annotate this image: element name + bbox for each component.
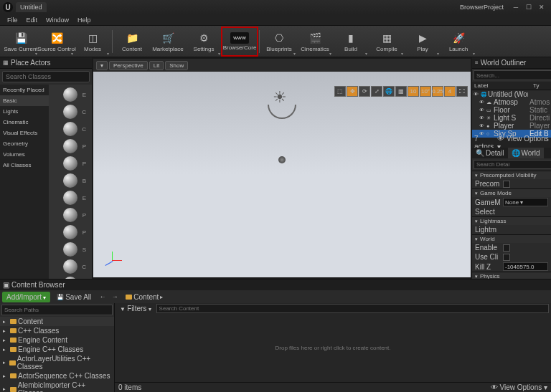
visibility-icon[interactable]: 👁 [479,115,485,120]
tab-world[interactable]: 🌐World [508,148,544,158]
outliner-row[interactable]: 👁 ● Player Player [472,122,551,130]
pa-cat-lights[interactable]: Lights [0,106,49,117]
viewport-menu-button[interactable]: ▾ [96,61,108,70]
content-tree-node[interactable]: ▸ Content [0,317,114,326]
minimize-button[interactable]: ─ [509,2,522,12]
content-tree-node[interactable]: ▸ Engine C++ Classes [0,345,114,354]
visibility-icon[interactable]: 👁 [479,107,485,113]
scale-snap-value[interactable]: 0.25 [432,86,443,97]
content-tree-node[interactable]: ▸ ActorSequence C++ Classes [0,371,114,381]
value-field[interactable]: -1048575.0 [503,262,548,271]
nav-back-button[interactable]: ← [98,292,108,302]
pa-cat-geometry[interactable]: Geometry [0,138,49,149]
select-mode-icon[interactable]: ⬚ [334,86,346,97]
toolbar-launch[interactable]: 🚀 Launch ▾ [441,27,476,56]
checkbox[interactable] [503,181,510,188]
expand-icon[interactable]: ▸ [3,360,8,365]
save-all-button[interactable]: 💾 Save All [52,292,95,302]
pa-cat-basic[interactable]: Basic [0,95,49,106]
section-header[interactable]: World [472,235,551,243]
show-button[interactable]: Show [165,61,188,70]
nav-forward-button[interactable]: → [110,292,120,302]
place-actor-item[interactable]: P [60,156,80,171]
outliner-row[interactable]: 👁 🌐 Untitled (World [472,90,551,98]
toolbar-modes[interactable]: ◫ Modes ▾ [75,27,110,56]
section-header[interactable]: Physics [472,272,551,279]
pa-cat-cinematic[interactable]: Cinematic [0,117,49,128]
lit-button[interactable]: Lit [149,61,164,70]
pa-cat-volumes[interactable]: Volumes [0,149,49,160]
scale-mode-icon[interactable]: ⤢ [371,86,382,97]
toolbar-play[interactable]: ▶ Play ▾ [405,27,441,56]
menu-edit[interactable]: Edit [22,16,42,24]
content-tree-node[interactable]: ▸ Engine Content [0,335,114,345]
angle-snap-value[interactable]: 10° [420,86,431,97]
menu-file[interactable]: File [3,16,22,24]
toolbar-content[interactable]: 📁 Content [114,27,150,56]
menu-help[interactable]: Help [73,16,95,24]
expand-icon[interactable]: ▸ [3,373,9,379]
toolbar-source-control[interactable]: 🔀 Source Control ▾ [39,27,75,56]
expand-icon[interactable]: ▸ [3,319,9,325]
expand-icon[interactable]: ▸ [3,328,9,334]
toolbar-browsercore[interactable]: www BrowserCore [222,27,258,56]
path-content[interactable]: Content ▸ [122,292,166,302]
content-tree-search[interactable]: Search Paths [1,305,113,315]
toolbar-blueprints[interactable]: ⎔ Blueprints ▾ [261,27,297,56]
add-import-button[interactable]: Add/Import ▾ [2,292,50,302]
outliner-row[interactable]: 👁 ☀ Light S Directi [472,114,551,122]
coord-space-icon[interactable]: 🌐 [383,86,395,97]
pa-cat-all-classes[interactable]: All Classes [0,160,49,171]
toolbar-compile[interactable]: ▦ Compile ▾ [369,27,405,56]
place-actor-item[interactable]: C [60,122,80,136]
place-actor-item[interactable]: C [60,277,80,279]
expand-icon[interactable]: ▸ [3,347,9,353]
content-view-options[interactable]: 👁 View Options ▾ [491,383,547,391]
tab-detail[interactable]: 🔍Detail [472,148,508,158]
toolbar-cinematics[interactable]: 🎬 Cinematics ▾ [297,27,333,56]
outliner-search[interactable] [474,70,551,80]
rotate-mode-icon[interactable]: ⟳ [359,86,370,97]
outliner-row[interactable]: 👁 ▭ Floor Static [472,106,551,114]
place-actor-item[interactable]: S [60,242,80,257]
grid-snap-value[interactable]: 10 [408,86,419,97]
viewport[interactable]: ▾ Perspective Lit Show ⬚ ✥ ⟳ ⤢ 🌐 ▦ 10 10… [93,59,471,277]
toolbar-build[interactable]: ▮ Build ▾ [333,27,369,56]
visibility-icon[interactable]: 👁 [479,123,485,128]
place-actor-item[interactable]: C [60,105,80,119]
section-header[interactable]: Lightmass [472,217,551,225]
menu-window[interactable]: Window [42,16,73,24]
place-actors-search[interactable]: Search Classes [2,71,90,82]
translate-mode-icon[interactable]: ✥ [347,86,358,97]
expand-icon[interactable]: ▸ [3,338,9,343]
content-drop-area[interactable]: Drop files here or right click to create… [115,314,551,382]
surface-snap-icon[interactable]: ▦ [395,86,407,97]
checkbox[interactable] [503,254,510,261]
viewport-canvas[interactable]: ⬚ ✥ ⟳ ⤢ 🌐 ▦ 10 10° 0.25 4 ⛶ [93,72,471,277]
toolbar-save-current[interactable]: 💾 Save Current ▾ [3,27,39,56]
pa-cat-visual-effects[interactable]: Visual Effects [0,128,49,138]
section-header[interactable]: Precomputed Visibility [472,171,551,179]
toolbar-marketplace[interactable]: 🛒 Marketplace [150,27,186,56]
toolbar-settings[interactable]: ⚙ Settings ▾ [186,27,222,56]
close-button[interactable]: ✕ [535,2,548,12]
content-tree-node[interactable]: ▸ C++ Classes [0,326,114,335]
section-header[interactable]: Game Mode [472,189,551,197]
combo[interactable]: None ▾ [503,198,548,206]
filters-button[interactable]: ▼ Filters ▾ [117,304,154,313]
outliner-col-label[interactable]: Label [472,82,531,90]
checkbox[interactable] [503,244,510,252]
maximize-viewport-icon[interactable]: ⛶ [456,86,468,97]
outliner-row[interactable]: 👁 ☁ Atmosp Atmos [472,98,551,106]
perspective-button[interactable]: Perspective [109,61,148,70]
maximize-button[interactable]: ☐ [522,2,535,12]
place-actor-item[interactable]: C [60,259,80,274]
place-actor-item[interactable]: E [60,191,80,205]
visibility-icon[interactable]: 👁 [474,92,479,97]
place-actor-item[interactable]: P [60,208,80,222]
content-search[interactable] [156,304,549,313]
content-tree-node[interactable]: ▸ AlembicImporter C++ Classes [0,381,114,392]
content-browser-tab[interactable]: ▣ Content Browser [0,279,551,290]
details-search[interactable] [474,160,551,169]
visibility-icon[interactable]: 👁 [479,100,485,105]
